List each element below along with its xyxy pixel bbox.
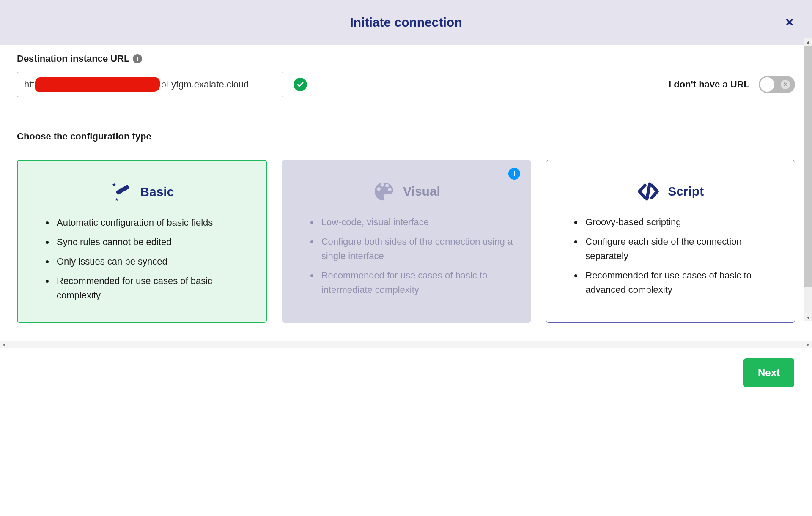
scroll-right-arrow-icon[interactable]: ▸: [807, 341, 809, 348]
card-title: Basic: [140, 185, 174, 199]
svg-marker-2: [115, 198, 118, 201]
list-item: Recommended for use cases of basic to in…: [319, 268, 516, 297]
list-item: Automatic configuration of basic fields: [54, 216, 252, 230]
redacted-text: [35, 77, 160, 92]
card-title: Visual: [403, 184, 440, 199]
url-input-group: htt pl-yfgm.exalate.cloud: [17, 72, 307, 97]
info-badge-icon[interactable]: !: [508, 168, 520, 180]
dialog-title: Initiate connection: [350, 15, 462, 30]
no-url-label: I don't have a URL: [669, 79, 749, 90]
config-card-script[interactable]: Script Groovy-based scripting Configure …: [546, 160, 795, 323]
list-item: Sync rules cannot be edited: [54, 235, 252, 249]
list-item: Configure each side of the connection se…: [583, 235, 780, 263]
no-url-toggle[interactable]: ✕: [759, 76, 795, 93]
scroll-up-arrow-icon[interactable]: ▴: [804, 38, 812, 46]
card-feature-list: Groovy-based scripting Configure each si…: [561, 215, 780, 297]
code-icon: [637, 180, 659, 202]
destination-url-label: Destination instance URL !: [17, 53, 795, 64]
list-item: Low-code, visual interface: [319, 215, 516, 229]
scroll-down-arrow-icon[interactable]: ▾: [804, 314, 812, 321]
toggle-knob: [760, 77, 774, 92]
horizontal-scrollbar[interactable]: ◂ ▸: [0, 341, 812, 348]
toggle-off-x-icon: ✕: [781, 80, 790, 89]
config-cards-row: Basic Automatic configuration of basic f…: [17, 160, 795, 325]
vertical-scrollbar[interactable]: ▴ ▾: [804, 38, 812, 321]
card-header: Visual: [297, 180, 516, 202]
magic-wand-icon: [110, 181, 132, 203]
config-card-visual: ! Visual Low-code, visual interface Conf…: [282, 160, 531, 323]
list-item: Recommended for use cases of basic compl…: [54, 274, 252, 303]
scroll-left-arrow-icon[interactable]: ◂: [3, 341, 5, 348]
content-scroll-area: Destination instance URL ! htt pl-yfgm.e…: [0, 45, 812, 338]
list-item: Only issues can be synced: [54, 254, 252, 269]
card-header: Basic: [32, 181, 252, 203]
svg-rect-0: [116, 185, 130, 195]
close-button[interactable]: ✕: [785, 16, 794, 29]
url-valid-check-icon: [294, 78, 307, 91]
scrollbar-thumb[interactable]: [804, 46, 812, 287]
list-item: Configure both sides of the connection u…: [319, 235, 516, 263]
card-title: Script: [668, 184, 704, 199]
choose-config-label: Choose the configuration type: [17, 131, 795, 142]
svg-marker-1: [112, 183, 116, 186]
dialog-header: Initiate connection ✕: [0, 0, 812, 45]
list-item: Groovy-based scripting: [583, 215, 780, 229]
url-row: htt pl-yfgm.exalate.cloud I don't have a…: [17, 72, 795, 97]
card-header: Script: [561, 180, 780, 202]
svg-line-3: [647, 184, 650, 199]
help-icon[interactable]: !: [133, 54, 142, 63]
card-feature-list: Automatic configuration of basic fields …: [32, 216, 252, 303]
close-icon: ✕: [785, 16, 794, 29]
palette-icon: [373, 180, 395, 202]
dialog-footer: Next: [0, 348, 812, 397]
no-url-group: I don't have a URL ✕: [669, 76, 795, 93]
list-item: Recommended for use cases of basic to ad…: [583, 268, 780, 297]
config-card-basic[interactable]: Basic Automatic configuration of basic f…: [17, 160, 267, 323]
destination-url-input[interactable]: htt pl-yfgm.exalate.cloud: [17, 72, 283, 97]
card-feature-list: Low-code, visual interface Configure bot…: [297, 215, 516, 297]
next-button[interactable]: Next: [743, 358, 794, 387]
